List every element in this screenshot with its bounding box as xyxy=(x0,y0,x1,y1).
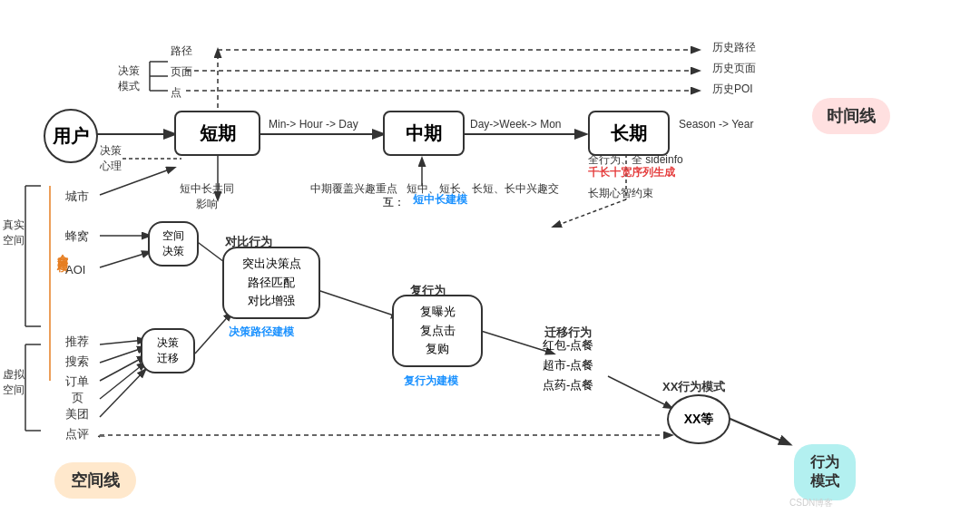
mid-term-node: 中期 xyxy=(383,111,465,156)
mid-range-label: Day->Week-> Mon xyxy=(470,118,561,131)
dianping-arrow: ← xyxy=(95,429,107,442)
decision-move-label: 决策 迁移 xyxy=(157,335,179,366)
compare-line2: 路径匹配 xyxy=(242,274,301,293)
repeat-behavior-title: 复行为 xyxy=(410,283,446,299)
diagram: 用户 短期 中期 长期 空间 决策 决策 迁移 突出决策点 路径匹配 对比增强 … xyxy=(0,0,980,514)
repeat-line2: 复点击 xyxy=(420,322,456,341)
city-label: 城市 xyxy=(65,189,89,205)
xx-node: XX等 xyxy=(667,394,730,444)
short-mid-long-label: 短中长共同 影响 xyxy=(180,181,234,212)
point-label: 点 xyxy=(171,85,181,101)
behavior-mode-label: 行为 模式 xyxy=(810,454,839,489)
decision-mode-label: 决策 模式 xyxy=(118,63,140,94)
compare-line3: 对比增强 xyxy=(242,292,301,311)
short-range-label: Min-> Hour -> Day xyxy=(269,118,358,131)
svg-line-28 xyxy=(100,356,145,381)
search-label: 搜索 xyxy=(65,354,89,370)
hive-label: 蜂窝 xyxy=(65,228,89,245)
space-decision-label: 空间 决策 xyxy=(162,228,184,259)
long-constraint-label: 长期心智约束 xyxy=(588,186,653,201)
history-page-label: 历史页面 xyxy=(712,61,756,76)
user-node: 用户 xyxy=(44,109,98,163)
path-label: 路径 xyxy=(171,44,192,59)
compare-behavior-title: 对比行为 xyxy=(225,234,272,250)
compare-behavior-node: 突出决策点 路径匹配 对比增强 xyxy=(222,247,320,319)
meituan-label: 美团 xyxy=(65,406,89,422)
space-decision-node: 空间 决策 xyxy=(148,221,199,267)
svg-line-29 xyxy=(100,363,145,399)
watermark: CSDN博客 xyxy=(789,497,833,509)
svg-line-32 xyxy=(195,313,231,354)
thousand-gen-label: 千长十宽序列生成 xyxy=(588,165,675,180)
svg-line-26 xyxy=(100,340,145,344)
svg-line-24 xyxy=(100,252,150,267)
behavior-mode-tag: 行为 模式 xyxy=(794,444,856,500)
repeat-build-label: 复行为建模 xyxy=(404,373,458,389)
history-path-label: 历史路径 xyxy=(712,40,756,55)
dianping-label: 点评 xyxy=(65,426,89,442)
repeat-line1: 复曝光 xyxy=(420,303,456,322)
long-term-label: 长期 xyxy=(611,121,647,146)
compare-line1: 突出决策点 xyxy=(242,255,301,274)
full-space-model-label: 全空间建模 xyxy=(54,245,70,254)
mid-term-label: 中期 xyxy=(406,121,442,146)
user-label: 用户 xyxy=(53,124,89,149)
short-term-label: 短期 xyxy=(200,121,236,146)
svg-line-36 xyxy=(726,417,789,444)
short-mid-long-build-label: 短中长建模 xyxy=(413,192,467,208)
order-label: 订单 页 xyxy=(65,373,89,406)
svg-line-38 xyxy=(554,199,626,227)
timeline-tag: 时间线 xyxy=(812,98,890,134)
decision-move-node: 决策 迁移 xyxy=(141,328,195,373)
migrate-title: 迁移行为 xyxy=(544,325,592,341)
svg-line-30 xyxy=(100,370,145,417)
history-poi-label: 历史POI xyxy=(712,82,753,97)
interest-cross-label2: 互： xyxy=(383,195,405,210)
repeat-behavior-node: 复曝光 复点击 复购 xyxy=(392,295,483,367)
long-term-node: 长期 xyxy=(588,111,670,156)
repeat-line3: 复购 xyxy=(420,340,456,359)
page-label: 页面 xyxy=(171,64,192,80)
migrate-line3: 点药-点餐 xyxy=(543,375,593,395)
aoi-label: AOI xyxy=(65,263,85,276)
xx-mode-label: XX行为模式 xyxy=(662,379,725,395)
virtual-space-label: 虚拟 空间 xyxy=(3,367,24,398)
recommend-label: 推荐 xyxy=(65,334,89,350)
svg-line-27 xyxy=(100,347,145,363)
long-range-label: Season -> Year xyxy=(679,118,753,131)
short-term-node: 短期 xyxy=(174,111,260,156)
spaceline-tag: 空间线 xyxy=(54,462,136,499)
xx-label: XX等 xyxy=(684,412,714,428)
decision-psych-label: 决策 心理 xyxy=(100,143,122,174)
migrate-behavior-node: 红包-点餐 超市-点餐 点药-点餐 xyxy=(543,335,593,395)
migrate-line2: 超市-点餐 xyxy=(543,355,593,375)
real-space-label: 真实 空间 xyxy=(3,218,24,248)
decision-path-model-label: 决策路径建模 xyxy=(229,325,294,340)
